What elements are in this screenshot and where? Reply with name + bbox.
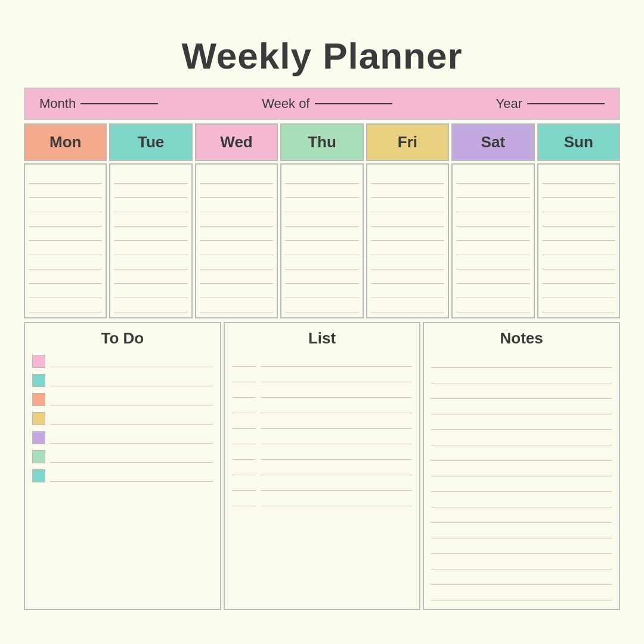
todo-list <box>32 355 213 486</box>
todo-checkbox-1[interactable] <box>32 355 45 368</box>
todo-line-3[interactable] <box>50 394 213 405</box>
notes-line-14[interactable] <box>431 556 612 569</box>
bottom-grid: To Do <box>24 322 620 610</box>
notes-line-15[interactable] <box>431 572 612 585</box>
notes-line-12[interactable] <box>431 525 612 538</box>
todo-line-5[interactable] <box>50 432 213 444</box>
notes-line-2[interactable] <box>431 370 612 383</box>
todo-title: To Do <box>32 329 213 348</box>
year-label: Year <box>496 96 522 112</box>
year-field: Year <box>496 96 605 112</box>
list-row-7[interactable] <box>232 448 413 460</box>
list-row-5[interactable] <box>232 417 413 429</box>
notes-line-11[interactable] <box>431 510 612 523</box>
week-field: Week of <box>262 96 392 112</box>
day-cell-fri[interactable] <box>366 163 449 318</box>
week-label: Week of <box>262 96 309 112</box>
year-underline[interactable] <box>527 103 605 104</box>
todo-checkbox-6[interactable] <box>32 450 45 463</box>
todo-checkbox-5[interactable] <box>32 431 45 444</box>
todo-checkbox-4[interactable] <box>32 412 45 425</box>
todo-checkbox-7[interactable] <box>32 469 45 482</box>
todo-checkbox-3[interactable] <box>32 393 45 406</box>
list-row-4[interactable] <box>232 401 413 413</box>
todo-item-1[interactable] <box>32 355 213 368</box>
todo-line-2[interactable] <box>50 374 213 386</box>
notes-line-6[interactable] <box>431 432 612 445</box>
todo-item-7[interactable] <box>32 469 213 482</box>
notes-line-13[interactable] <box>431 541 612 554</box>
day-header-wed: Wed <box>195 123 278 161</box>
list-title: List <box>232 329 413 348</box>
todo-checkbox-2[interactable] <box>32 374 45 387</box>
notes-line-8[interactable] <box>431 463 612 476</box>
notes-line-9[interactable] <box>431 479 612 492</box>
day-cell-thu[interactable] <box>280 163 363 318</box>
todo-section: To Do <box>24 322 221 610</box>
month-label: Month <box>39 96 76 112</box>
list-row-8[interactable] <box>232 463 413 475</box>
notes-lines <box>431 355 612 603</box>
todo-item-2[interactable] <box>32 374 213 387</box>
todo-item-5[interactable] <box>32 431 213 444</box>
list-row-10[interactable] <box>232 494 413 506</box>
notes-line-16[interactable] <box>431 587 612 600</box>
day-header-mon: Mon <box>24 123 107 161</box>
list-lines <box>232 355 413 510</box>
todo-line-4[interactable] <box>50 413 213 425</box>
day-header-sun: Sun <box>537 123 620 161</box>
planner-container: Weekly Planner Month Week of Year Mon Tu… <box>12 23 632 622</box>
notes-line-3[interactable] <box>431 386 612 399</box>
notes-line-5[interactable] <box>431 417 612 430</box>
list-row-2[interactable] <box>232 370 413 382</box>
list-row-9[interactable] <box>232 479 413 491</box>
notes-section: Notes <box>423 322 620 610</box>
days-content-grid <box>24 163 620 318</box>
days-header-grid: Mon Tue Wed Thu Fri Sat Sun <box>24 123 620 161</box>
notes-line-1[interactable] <box>431 355 612 368</box>
day-header-fri: Fri <box>366 123 449 161</box>
notes-title: Notes <box>431 329 612 348</box>
notes-line-7[interactable] <box>431 448 612 461</box>
day-cell-sun[interactable] <box>537 163 620 318</box>
day-header-thu: Thu <box>280 123 363 161</box>
list-section: List <box>224 322 421 610</box>
day-cell-sat[interactable] <box>451 163 534 318</box>
header-bar: Month Week of Year <box>24 88 620 120</box>
day-header-tue: Tue <box>109 123 192 161</box>
month-underline[interactable] <box>80 103 158 104</box>
list-row-3[interactable] <box>232 386 413 398</box>
notes-line-4[interactable] <box>431 401 612 414</box>
list-row-6[interactable] <box>232 432 413 444</box>
day-cell-mon[interactable] <box>24 163 107 318</box>
day-header-sat: Sat <box>451 123 534 161</box>
day-cell-tue[interactable] <box>109 163 192 318</box>
list-row-1[interactable] <box>232 355 413 367</box>
page-title: Weekly Planner <box>24 35 620 77</box>
todo-line-7[interactable] <box>50 470 213 482</box>
week-underline[interactable] <box>315 103 392 104</box>
todo-line-6[interactable] <box>50 451 213 463</box>
todo-line-1[interactable] <box>50 355 213 367</box>
month-field: Month <box>39 96 158 112</box>
todo-item-6[interactable] <box>32 450 213 463</box>
day-cell-wed[interactable] <box>195 163 278 318</box>
todo-item-3[interactable] <box>32 393 213 406</box>
todo-item-4[interactable] <box>32 412 213 425</box>
notes-line-10[interactable] <box>431 494 612 507</box>
